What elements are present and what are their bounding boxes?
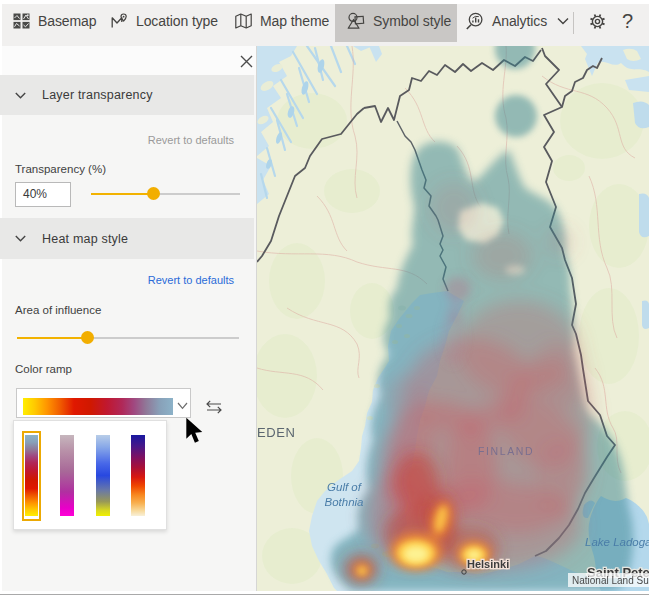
svg-text:Lake Ladoga: Lake Ladoga [585, 536, 649, 548]
svg-text:National Land Sur: National Land Sur [572, 575, 649, 586]
svg-text:Helsinki: Helsinki [467, 558, 509, 570]
svg-text:Gulf of: Gulf of [327, 481, 363, 493]
svg-text:Bothnia: Bothnia [324, 496, 363, 508]
svg-text:FINLAND: FINLAND [478, 445, 534, 457]
svg-text:EDEN: EDEN [257, 425, 296, 440]
